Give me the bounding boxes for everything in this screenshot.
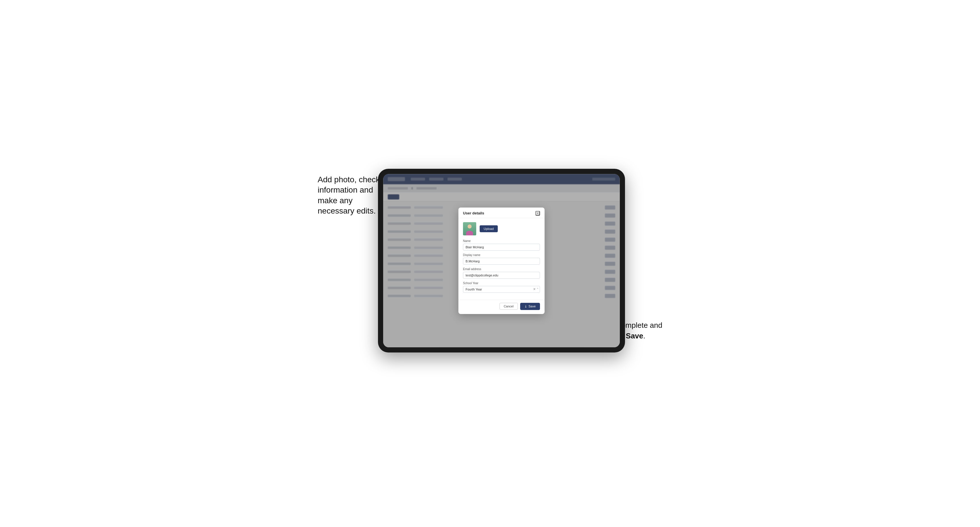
modal-overlay: User details ✕ Upload	[383, 174, 620, 347]
display-name-form-group: Display name	[463, 254, 540, 265]
modal-header: User details ✕	[458, 208, 544, 218]
annotation-left-text: Add photo, check information and make an…	[318, 175, 380, 215]
school-year-wrapper: ✕ ⌃	[463, 286, 540, 293]
save-label: Save	[528, 305, 536, 308]
cancel-button[interactable]: Cancel	[500, 303, 518, 310]
school-year-form-group: School Year ✕ ⌃	[463, 282, 540, 293]
photo-section: Upload	[463, 222, 540, 235]
name-input[interactable]	[463, 244, 540, 251]
clear-school-year-button[interactable]: ✕	[533, 287, 536, 291]
name-label: Name	[463, 240, 540, 243]
annotation-right-end: .	[643, 332, 645, 340]
tablet-device: User details ✕ Upload	[378, 169, 625, 352]
school-year-label: School Year	[463, 282, 540, 285]
save-button[interactable]: ⤓ Save	[520, 303, 540, 310]
upload-button[interactable]: Upload	[480, 225, 498, 232]
email-label: Email address	[463, 268, 540, 271]
save-icon: ⤓	[525, 305, 527, 308]
email-form-group: Email address	[463, 268, 540, 279]
school-year-controls: ✕ ⌃	[533, 287, 539, 291]
modal-body: Upload Name Display name	[458, 218, 544, 300]
email-input[interactable]	[463, 272, 540, 279]
tablet-screen: User details ✕ Upload	[383, 174, 620, 347]
avatar-image	[463, 222, 476, 235]
school-year-input[interactable]	[463, 286, 540, 293]
close-button[interactable]: ✕	[535, 211, 540, 216]
modal-title: User details	[463, 211, 484, 215]
scene: Add photo, check information and make an…	[318, 152, 662, 375]
display-name-input[interactable]	[463, 258, 540, 265]
name-form-group: Name	[463, 240, 540, 251]
modal-footer: Cancel ⤓ Save	[458, 300, 544, 314]
annotation-right-bold: Save	[626, 332, 643, 340]
chevron-school-year-button[interactable]: ⌃	[536, 288, 539, 290]
user-details-modal: User details ✕ Upload	[458, 208, 544, 314]
avatar-thumbnail	[463, 222, 476, 235]
annotation-left: Add photo, check information and make an…	[318, 175, 381, 216]
display-name-label: Display name	[463, 254, 540, 257]
